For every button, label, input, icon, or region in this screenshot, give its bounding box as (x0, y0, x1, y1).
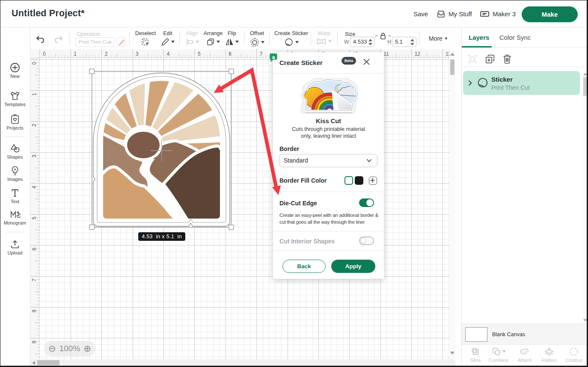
svg-text:0: 0 (31, 62, 37, 65)
svg-text:6: 6 (229, 51, 232, 57)
svg-text:2: 2 (105, 51, 108, 57)
svg-text:4: 4 (167, 51, 170, 57)
svg-text:0: 0 (43, 51, 46, 57)
svg-text:9: 9 (31, 340, 37, 343)
svg-text:a: a (272, 54, 276, 60)
svg-text:12: 12 (415, 51, 421, 57)
svg-text:4: 4 (31, 186, 37, 189)
svg-text:11: 11 (383, 51, 389, 57)
svg-text:1: 1 (31, 93, 37, 96)
svg-text:1: 1 (74, 51, 77, 57)
svg-text:7: 7 (31, 278, 37, 281)
svg-text:7: 7 (260, 51, 263, 57)
svg-text:2: 2 (31, 124, 37, 127)
svg-text:8: 8 (31, 310, 37, 313)
svg-text:5: 5 (31, 216, 37, 219)
svg-text:3: 3 (31, 155, 37, 158)
svg-text:6: 6 (31, 248, 37, 251)
svg-text:5: 5 (198, 51, 201, 57)
svg-text:3: 3 (136, 51, 139, 57)
